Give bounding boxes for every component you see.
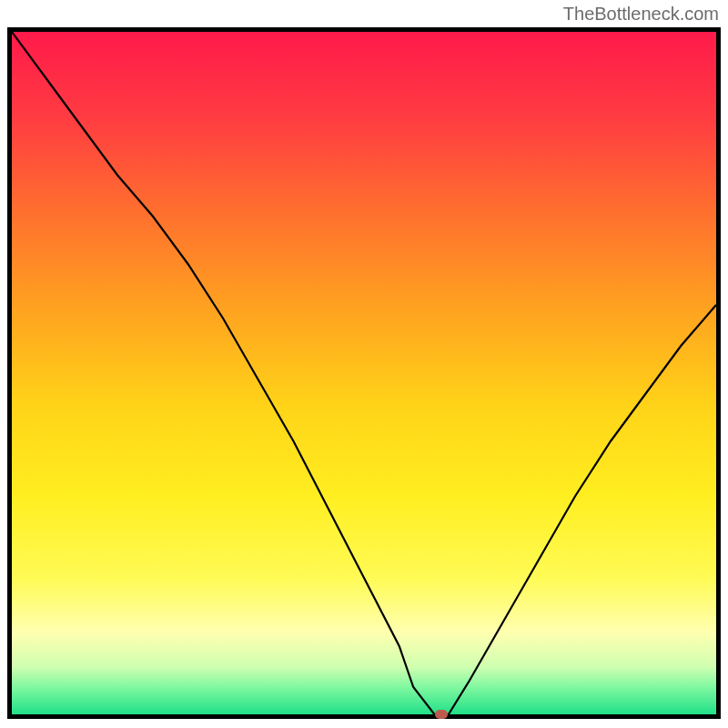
plot-region <box>12 32 716 714</box>
gradient-background <box>12 32 716 714</box>
chart-frame <box>7 27 721 719</box>
chart-svg <box>12 32 716 714</box>
chart-container: TheBottleneck.com <box>0 0 728 728</box>
watermark-text: TheBottleneck.com <box>563 4 719 25</box>
optimum-marker <box>435 710 448 719</box>
